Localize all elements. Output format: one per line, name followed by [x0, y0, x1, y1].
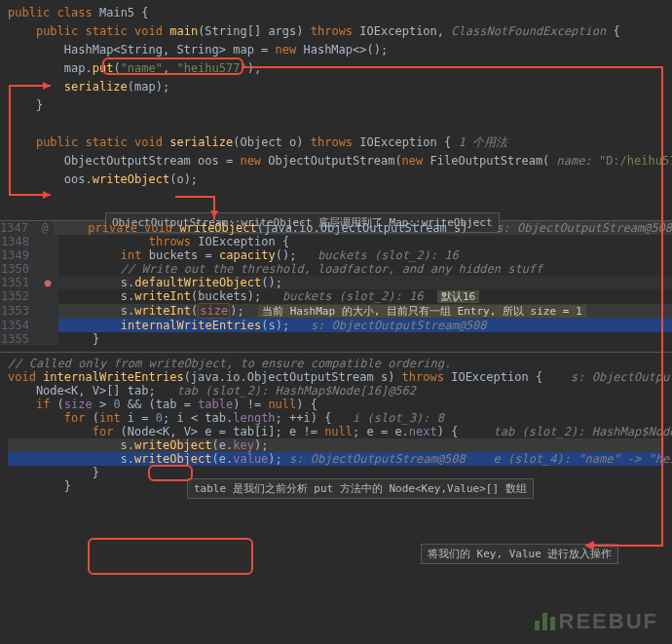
code-line: 1350 // Write out the threshold, loadfac… — [0, 262, 672, 276]
params: (Object o) — [233, 135, 303, 149]
code-text: FileOutputStream( — [423, 154, 549, 168]
args: (o); — [169, 172, 198, 186]
code-line: 1349 int buckets = capacity(); buckets (… — [0, 248, 672, 262]
keyword: throws — [149, 235, 191, 248]
code-line: map.put("name", "heihu577"); — [8, 59, 664, 78]
code-text: ; i < tab. — [163, 411, 233, 425]
code-text: oos. — [64, 172, 93, 186]
number: 0 — [156, 411, 163, 425]
code-text: i = — [121, 411, 156, 425]
line-number[interactable]: 1352 — [0, 289, 37, 304]
method-name: internalWriteEntries — [121, 319, 262, 332]
breakpoint-icon[interactable]: ● — [37, 276, 58, 289]
top-code-panel: public class Main5 { public static void … — [0, 0, 672, 193]
line-number[interactable]: 1349 — [0, 248, 37, 262]
code-line: HashMap<String, String> map = new HashMa… — [8, 41, 664, 59]
string-literal: "heihu577" — [176, 61, 246, 75]
params: (java.io.ObjectOutputStream s) — [184, 370, 402, 384]
method-name: serialize — [169, 135, 233, 149]
exception: ClassNotFoundException — [451, 24, 606, 38]
method-name: writeObject — [93, 172, 169, 186]
keyword: null — [268, 398, 296, 411]
annotation-popup: 将我们的 Key, Value 进行放入操作 — [421, 544, 618, 564]
paren: ); — [247, 61, 261, 75]
line-number[interactable]: 1354 — [0, 319, 37, 332]
debug-hint: buckets (slot_2): 16 — [317, 248, 459, 262]
method-name: writeInt — [134, 289, 191, 303]
keyword: static — [86, 135, 128, 149]
middle-code-panel: 1347@ private void writeObject(java.io.O… — [0, 220, 672, 346]
code-text: ) != — [233, 398, 268, 411]
code-line: s.writeObject(e.key); — [8, 438, 664, 452]
method-name: main — [169, 24, 198, 38]
method-name: put — [93, 61, 114, 75]
watermark: REEBUF — [535, 609, 658, 634]
keyword: for — [64, 411, 86, 425]
gutter-blank — [37, 235, 58, 248]
debug-hint: tab (slot_2): HashMap$Node[16]@562 — [176, 384, 416, 398]
line-number[interactable]: 1350 — [0, 262, 37, 276]
inline-tooltip: 当前 HashMap 的大小, 目前只有一组 Entry, 所以 size = … — [258, 305, 585, 318]
line-number[interactable]: 1347 — [0, 221, 36, 235]
keyword: int — [121, 248, 142, 262]
field-ref: table — [198, 398, 233, 411]
gutter-blank — [37, 332, 58, 346]
keyword: for — [93, 425, 114, 438]
keyword: throws — [402, 370, 444, 384]
code-line: void internalWriteEntries(java.io.Object… — [8, 370, 664, 384]
method-name: capacity — [219, 248, 276, 262]
code-line: Node<K, V>[] tab; tab (slot_2): HashMap$… — [8, 384, 664, 398]
keyword: new — [402, 154, 424, 168]
code-text: (Node<K, V> e = tab[i]; e != — [113, 425, 324, 438]
code-line: for (Node<K, V> e = tab[i]; e != null; e… — [8, 425, 664, 438]
keyword: new — [240, 154, 261, 168]
gutter-blank — [37, 319, 58, 332]
debug-hint: buckets (slot_2): 16 — [282, 289, 424, 303]
code-line: public static void serialize(Object o) t… — [8, 133, 664, 152]
line-number[interactable]: 1351 — [0, 276, 37, 289]
debug-hint: s: ObjectOutputStream@508 — [289, 452, 466, 466]
code-text: s.writeInt(size); 当前 HashMap 的大小, 目前只有一组… — [58, 304, 672, 319]
override-icon[interactable]: @ — [36, 221, 54, 235]
usages-hint[interactable]: 1 个用法 — [459, 135, 507, 149]
string-literal: "name" — [121, 61, 163, 75]
line-number[interactable]: 1348 — [0, 235, 37, 248]
inline-tooltip: 默认16 — [437, 290, 479, 303]
keyword: public — [36, 24, 78, 38]
method-name: serialize — [64, 80, 128, 94]
keyword: public — [8, 6, 50, 19]
comment-text: // Called only from writeObject, to ensu… — [8, 357, 451, 370]
annotation-text: 将我们的 Key, Value 进行放入操作 — [428, 548, 612, 560]
code-line: 1353 s.writeInt(size); 当前 HashMap 的大小, 目… — [0, 304, 672, 319]
watermark-text: REEBUF — [559, 609, 658, 634]
brace: { — [437, 135, 459, 149]
code-text: s.writeInt(buckets); buckets (slot_2): 1… — [58, 289, 672, 304]
keyword: class — [57, 6, 93, 19]
code-line: 1355 } — [0, 332, 672, 346]
debug-hint: e (slot_4): "name" -> "heihu577" — [494, 452, 672, 466]
code-text: ) { — [437, 425, 494, 438]
exception: IOException — [359, 24, 436, 38]
paren: ( — [85, 411, 98, 425]
code-text: } — [58, 332, 672, 346]
string-literal: "D:/heihu577.ser" — [599, 154, 672, 168]
indent — [8, 411, 64, 425]
exception: IOException — [359, 135, 436, 149]
field-ref: next — [409, 425, 437, 438]
comment-line: // Called only from writeObject, to ensu… — [8, 357, 664, 370]
method-name: writeObject — [179, 221, 256, 235]
watermark-icon — [535, 613, 555, 630]
keyword: throws — [311, 135, 353, 149]
indent — [8, 425, 93, 438]
hover-variable[interactable]: size — [198, 303, 230, 319]
param-hint: name: — [549, 154, 599, 168]
code-text: ; ++i) { — [276, 411, 353, 425]
debug-hint: tab (slot_2): HashMap$Node[16]@562 i (sl… — [494, 425, 672, 438]
line-number[interactable]: 1355 — [0, 332, 37, 346]
keyword: int — [99, 411, 121, 425]
field-ref: value — [233, 452, 268, 466]
code-line: 1354 internalWriteEntries(s); s: ObjectO… — [0, 319, 672, 332]
line-number[interactable]: 1353 — [0, 304, 37, 319]
comma: , — [437, 24, 451, 38]
method-name: internalWriteEntries — [43, 370, 184, 384]
